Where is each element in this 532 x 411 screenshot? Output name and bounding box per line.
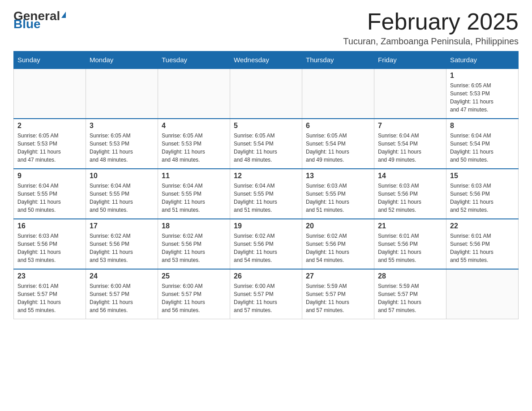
day-number: 4 — [162, 122, 226, 130]
day-info: Sunrise: 6:00 AM Sunset: 5:57 PM Dayligh… — [162, 282, 226, 314]
calendar-cell: 2Sunrise: 6:05 AM Sunset: 5:53 PM Daylig… — [14, 119, 86, 169]
day-info: Sunrise: 6:04 AM Sunset: 5:55 PM Dayligh… — [90, 182, 154, 214]
day-number: 16 — [17, 222, 82, 230]
calendar-cell: 12Sunrise: 6:04 AM Sunset: 5:55 PM Dayli… — [230, 169, 302, 219]
calendar-cell: 16Sunrise: 6:03 AM Sunset: 5:56 PM Dayli… — [14, 219, 86, 269]
day-info: Sunrise: 6:02 AM Sunset: 5:56 PM Dayligh… — [234, 232, 298, 264]
calendar-cell: 5Sunrise: 6:05 AM Sunset: 5:54 PM Daylig… — [230, 119, 302, 169]
day-number: 8 — [450, 122, 515, 130]
calendar-cell: 24Sunrise: 6:00 AM Sunset: 5:57 PM Dayli… — [86, 269, 158, 319]
day-number: 1 — [450, 72, 515, 80]
day-info: Sunrise: 6:03 AM Sunset: 5:56 PM Dayligh… — [378, 182, 442, 214]
calendar-cell — [14, 68, 86, 119]
calendar-cell: 11Sunrise: 6:04 AM Sunset: 5:55 PM Dayli… — [158, 169, 230, 219]
calendar-cell: 6Sunrise: 6:05 AM Sunset: 5:54 PM Daylig… — [302, 119, 374, 169]
title-section: February 2025 Tucuran, Zamboanga Peninsu… — [343, 9, 519, 47]
day-number: 11 — [162, 172, 226, 180]
day-info: Sunrise: 6:01 AM Sunset: 5:56 PM Dayligh… — [378, 232, 442, 264]
calendar-cell — [158, 68, 230, 119]
logo: General Blue — [13, 9, 66, 31]
day-info: Sunrise: 6:02 AM Sunset: 5:56 PM Dayligh… — [162, 232, 226, 264]
calendar-cell: 3Sunrise: 6:05 AM Sunset: 5:53 PM Daylig… — [86, 119, 158, 169]
day-info: Sunrise: 5:59 AM Sunset: 5:57 PM Dayligh… — [378, 282, 442, 314]
day-info: Sunrise: 6:01 AM Sunset: 5:56 PM Dayligh… — [450, 232, 515, 264]
day-number: 22 — [450, 222, 515, 230]
day-number: 24 — [90, 272, 154, 280]
day-of-week-header: Saturday — [446, 51, 519, 69]
calendar-cell: 22Sunrise: 6:01 AM Sunset: 5:56 PM Dayli… — [446, 219, 519, 269]
calendar-week-row: 23Sunrise: 6:01 AM Sunset: 5:57 PM Dayli… — [14, 269, 519, 319]
day-number: 27 — [306, 272, 370, 280]
day-info: Sunrise: 6:05 AM Sunset: 5:53 PM Dayligh… — [90, 132, 154, 164]
day-number: 12 — [234, 172, 298, 180]
day-number: 21 — [378, 222, 442, 230]
calendar-cell: 13Sunrise: 6:03 AM Sunset: 5:55 PM Dayli… — [302, 169, 374, 219]
calendar-cell: 10Sunrise: 6:04 AM Sunset: 5:55 PM Dayli… — [86, 169, 158, 219]
day-info: Sunrise: 6:03 AM Sunset: 5:56 PM Dayligh… — [17, 232, 82, 264]
day-info: Sunrise: 6:05 AM Sunset: 5:54 PM Dayligh… — [306, 132, 370, 164]
day-number: 28 — [378, 272, 442, 280]
day-info: Sunrise: 5:59 AM Sunset: 5:57 PM Dayligh… — [306, 282, 370, 314]
day-of-week-header: Thursday — [302, 51, 374, 69]
logo-triangle-icon — [61, 12, 66, 18]
calendar-cell: 17Sunrise: 6:02 AM Sunset: 5:56 PM Dayli… — [86, 219, 158, 269]
day-info: Sunrise: 6:01 AM Sunset: 5:57 PM Dayligh… — [17, 282, 82, 314]
day-number: 23 — [17, 272, 82, 280]
day-of-week-header: Tuesday — [158, 51, 230, 69]
day-of-week-header: Monday — [86, 51, 158, 69]
calendar-cell: 20Sunrise: 6:02 AM Sunset: 5:56 PM Dayli… — [302, 219, 374, 269]
calendar-cell: 15Sunrise: 6:03 AM Sunset: 5:56 PM Dayli… — [446, 169, 519, 219]
calendar-week-row: 1Sunrise: 6:05 AM Sunset: 5:53 PM Daylig… — [14, 68, 519, 119]
day-info: Sunrise: 6:05 AM Sunset: 5:53 PM Dayligh… — [162, 132, 226, 164]
calendar-cell: 14Sunrise: 6:03 AM Sunset: 5:56 PM Dayli… — [374, 169, 446, 219]
day-number: 7 — [378, 122, 442, 130]
day-number: 14 — [378, 172, 442, 180]
day-of-week-header: Wednesday — [230, 51, 302, 69]
day-info: Sunrise: 6:03 AM Sunset: 5:55 PM Dayligh… — [306, 182, 370, 214]
calendar-week-row: 2Sunrise: 6:05 AM Sunset: 5:53 PM Daylig… — [14, 119, 519, 169]
day-number: 3 — [90, 122, 154, 130]
calendar-cell — [230, 68, 302, 119]
calendar-table: SundayMondayTuesdayWednesdayThursdayFrid… — [13, 51, 519, 319]
calendar-cell: 4Sunrise: 6:05 AM Sunset: 5:53 PM Daylig… — [158, 119, 230, 169]
day-info: Sunrise: 6:02 AM Sunset: 5:56 PM Dayligh… — [306, 232, 370, 264]
day-of-week-header: Friday — [374, 51, 446, 69]
day-info: Sunrise: 6:00 AM Sunset: 5:57 PM Dayligh… — [90, 282, 154, 314]
day-number: 10 — [90, 172, 154, 180]
calendar-cell — [446, 269, 519, 319]
day-info: Sunrise: 6:04 AM Sunset: 5:55 PM Dayligh… — [234, 182, 298, 214]
day-info: Sunrise: 6:04 AM Sunset: 5:55 PM Dayligh… — [17, 182, 82, 214]
day-number: 17 — [90, 222, 154, 230]
calendar-cell: 19Sunrise: 6:02 AM Sunset: 5:56 PM Dayli… — [230, 219, 302, 269]
calendar-cell: 23Sunrise: 6:01 AM Sunset: 5:57 PM Dayli… — [14, 269, 86, 319]
day-number: 6 — [306, 122, 370, 130]
calendar-cell: 9Sunrise: 6:04 AM Sunset: 5:55 PM Daylig… — [14, 169, 86, 219]
calendar-cell: 1Sunrise: 6:05 AM Sunset: 5:53 PM Daylig… — [446, 68, 519, 119]
location-subtitle: Tucuran, Zamboanga Peninsula, Philippine… — [343, 36, 519, 47]
day-of-week-header: Sunday — [14, 51, 86, 69]
day-info: Sunrise: 6:04 AM Sunset: 5:54 PM Dayligh… — [378, 132, 442, 164]
day-number: 19 — [234, 222, 298, 230]
day-number: 25 — [162, 272, 226, 280]
month-year-title: February 2025 — [343, 9, 519, 34]
day-number: 13 — [306, 172, 370, 180]
day-info: Sunrise: 6:05 AM Sunset: 5:53 PM Dayligh… — [450, 81, 515, 114]
calendar-cell: 26Sunrise: 6:00 AM Sunset: 5:57 PM Dayli… — [230, 269, 302, 319]
day-info: Sunrise: 6:05 AM Sunset: 5:53 PM Dayligh… — [17, 132, 82, 164]
day-number: 18 — [162, 222, 226, 230]
calendar-cell: 18Sunrise: 6:02 AM Sunset: 5:56 PM Dayli… — [158, 219, 230, 269]
calendar-cell — [86, 68, 158, 119]
calendar-cell: 28Sunrise: 5:59 AM Sunset: 5:57 PM Dayli… — [374, 269, 446, 319]
page-header: General Blue February 2025 Tucuran, Zamb… — [13, 9, 519, 47]
calendar-week-row: 16Sunrise: 6:03 AM Sunset: 5:56 PM Dayli… — [14, 219, 519, 269]
day-number: 20 — [306, 222, 370, 230]
day-number: 2 — [17, 122, 82, 130]
day-info: Sunrise: 6:04 AM Sunset: 5:55 PM Dayligh… — [162, 182, 226, 214]
day-info: Sunrise: 6:04 AM Sunset: 5:54 PM Dayligh… — [450, 132, 515, 164]
calendar-header-row: SundayMondayTuesdayWednesdayThursdayFrid… — [14, 51, 519, 69]
calendar-cell: 7Sunrise: 6:04 AM Sunset: 5:54 PM Daylig… — [374, 119, 446, 169]
day-number: 5 — [234, 122, 298, 130]
logo-blue-text: Blue — [13, 17, 41, 31]
day-info: Sunrise: 6:02 AM Sunset: 5:56 PM Dayligh… — [90, 232, 154, 264]
day-info: Sunrise: 6:05 AM Sunset: 5:54 PM Dayligh… — [234, 132, 298, 164]
